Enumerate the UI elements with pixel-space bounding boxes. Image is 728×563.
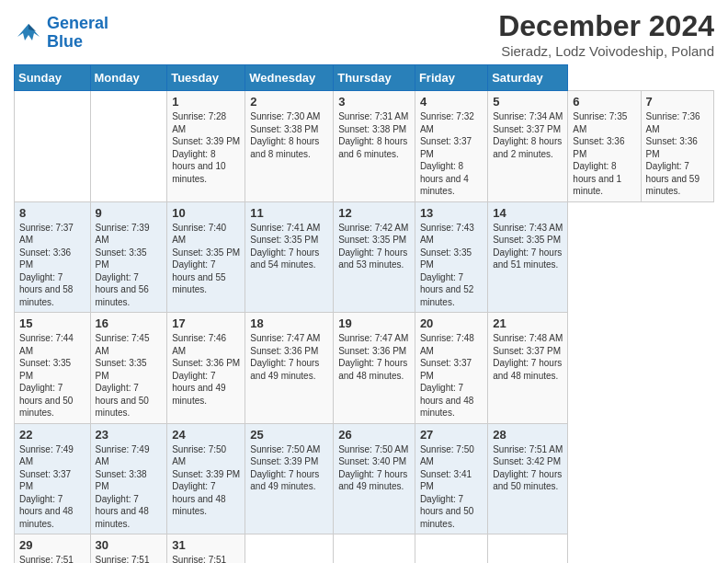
calendar-cell: 28Sunrise: 7:51 AMSunset: 3:42 PMDayligh…	[488, 423, 568, 534]
day-number: 27	[420, 428, 483, 442]
calendar-cell	[488, 534, 568, 564]
day-info: Sunrise: 7:51 AMSunset: 3:42 PMDaylight:…	[19, 554, 85, 563]
day-number: 21	[493, 316, 563, 330]
day-number: 28	[493, 428, 563, 442]
day-info: Sunrise: 7:47 AMSunset: 3:36 PMDaylight:…	[338, 332, 410, 382]
logo-text: General Blue	[47, 15, 108, 52]
calendar-cell: 8Sunrise: 7:37 AMSunset: 3:36 PMDaylight…	[15, 201, 91, 313]
calendar-cell: 20Sunrise: 7:48 AMSunset: 3:37 PMDayligh…	[415, 313, 487, 424]
day-number: 19	[338, 316, 410, 330]
day-info: Sunrise: 7:36 AMSunset: 3:36 PMDaylight:…	[646, 110, 709, 198]
calendar-header-tuesday: Tuesday	[167, 65, 245, 91]
day-info: Sunrise: 7:48 AMSunset: 3:37 PMDaylight:…	[493, 332, 563, 382]
day-info: Sunrise: 7:45 AMSunset: 3:35 PMDaylight:…	[96, 332, 163, 419]
calendar-cell	[245, 534, 334, 564]
calendar-week-row: 1Sunrise: 7:28 AMSunset: 3:39 PMDaylight…	[15, 91, 714, 202]
calendar-header-sunday: Sunday	[15, 65, 91, 91]
day-info: Sunrise: 7:35 AMSunset: 3:36 PMDaylight:…	[573, 110, 635, 198]
calendar-cell: 1Sunrise: 7:28 AMSunset: 3:39 PMDaylight…	[167, 91, 245, 202]
calendar-header-monday: Monday	[90, 65, 167, 91]
day-number: 17	[172, 316, 240, 330]
day-info: Sunrise: 7:40 AMSunset: 3:35 PMDaylight:…	[172, 222, 240, 296]
calendar-header-friday: Friday	[415, 65, 487, 91]
calendar-week-row: 15Sunrise: 7:44 AMSunset: 3:35 PMDayligh…	[15, 313, 714, 424]
day-number: 1	[172, 95, 240, 109]
calendar-cell: 14Sunrise: 7:43 AMSunset: 3:35 PMDayligh…	[488, 201, 568, 313]
day-info: Sunrise: 7:51 AMSunset: 3:44 PMDaylight:…	[172, 554, 240, 563]
calendar-cell: 15Sunrise: 7:44 AMSunset: 3:35 PMDayligh…	[15, 313, 91, 424]
day-number: 31	[172, 538, 240, 552]
calendar-cell: 18Sunrise: 7:47 AMSunset: 3:36 PMDayligh…	[245, 313, 334, 424]
calendar-week-row: 22Sunrise: 7:49 AMSunset: 3:37 PMDayligh…	[15, 423, 714, 534]
day-number: 13	[420, 206, 483, 220]
calendar-cell: 23Sunrise: 7:49 AMSunset: 3:38 PMDayligh…	[90, 423, 167, 534]
calendar-cell: 5Sunrise: 7:34 AMSunset: 3:37 PMDaylight…	[488, 91, 568, 202]
day-number: 4	[420, 95, 483, 109]
calendar-cell: 9Sunrise: 7:39 AMSunset: 3:35 PMDaylight…	[90, 201, 167, 313]
day-number: 29	[19, 538, 85, 552]
calendar-cell: 4Sunrise: 7:32 AMSunset: 3:37 PMDaylight…	[415, 91, 487, 202]
calendar-cell: 26Sunrise: 7:50 AMSunset: 3:40 PMDayligh…	[334, 423, 415, 534]
calendar-cell: 2Sunrise: 7:30 AMSunset: 3:38 PMDaylight…	[245, 91, 334, 202]
day-number: 10	[172, 206, 240, 220]
title-area: December 2024 Sieradz, Lodz Voivodeship,…	[498, 9, 714, 59]
location-title: Sieradz, Lodz Voivodeship, Poland	[498, 43, 714, 59]
calendar-cell: 21Sunrise: 7:48 AMSunset: 3:37 PMDayligh…	[488, 313, 568, 424]
day-info: Sunrise: 7:51 AMSunset: 3:42 PMDaylight:…	[493, 443, 563, 493]
day-info: Sunrise: 7:39 AMSunset: 3:35 PMDaylight:…	[96, 222, 163, 309]
calendar-cell: 31Sunrise: 7:51 AMSunset: 3:44 PMDayligh…	[167, 534, 245, 564]
day-number: 14	[493, 206, 563, 220]
calendar-cell: 11Sunrise: 7:41 AMSunset: 3:35 PMDayligh…	[245, 201, 334, 313]
day-number: 11	[250, 206, 328, 220]
calendar-cell	[15, 91, 91, 202]
calendar-cell: 7Sunrise: 7:36 AMSunset: 3:36 PMDaylight…	[641, 91, 713, 202]
day-number: 15	[19, 316, 85, 330]
day-number: 9	[96, 206, 163, 220]
calendar-cell: 12Sunrise: 7:42 AMSunset: 3:35 PMDayligh…	[334, 201, 415, 313]
day-info: Sunrise: 7:42 AMSunset: 3:35 PMDaylight:…	[338, 222, 410, 271]
day-info: Sunrise: 7:46 AMSunset: 3:36 PMDaylight:…	[172, 332, 240, 407]
header: General Blue December 2024 Sieradz, Lodz…	[14, 9, 714, 59]
day-info: Sunrise: 7:48 AMSunset: 3:37 PMDaylight:…	[420, 332, 483, 419]
day-info: Sunrise: 7:44 AMSunset: 3:35 PMDaylight:…	[19, 332, 85, 419]
day-number: 22	[19, 428, 85, 442]
day-number: 26	[338, 428, 410, 442]
day-number: 16	[96, 316, 163, 330]
day-number: 6	[573, 95, 635, 109]
logo: General Blue	[14, 15, 108, 52]
calendar-table: SundayMondayTuesdayWednesdayThursdayFrid…	[14, 64, 714, 563]
day-info: Sunrise: 7:30 AMSunset: 3:38 PMDaylight:…	[250, 110, 328, 160]
day-number: 12	[338, 206, 410, 220]
calendar-cell: 17Sunrise: 7:46 AMSunset: 3:36 PMDayligh…	[167, 313, 245, 424]
day-info: Sunrise: 7:49 AMSunset: 3:38 PMDaylight:…	[96, 443, 163, 531]
day-info: Sunrise: 7:34 AMSunset: 3:37 PMDaylight:…	[493, 110, 563, 160]
day-info: Sunrise: 7:50 AMSunset: 3:41 PMDaylight:…	[420, 443, 483, 531]
day-info: Sunrise: 7:50 AMSunset: 3:39 PMDaylight:…	[250, 443, 328, 493]
day-info: Sunrise: 7:37 AMSunset: 3:36 PMDaylight:…	[19, 222, 85, 309]
day-info: Sunrise: 7:32 AMSunset: 3:37 PMDaylight:…	[420, 110, 483, 198]
calendar-header-wednesday: Wednesday	[245, 65, 334, 91]
calendar-cell: 6Sunrise: 7:35 AMSunset: 3:36 PMDaylight…	[568, 91, 641, 202]
calendar-cell	[334, 534, 415, 564]
day-number: 5	[493, 95, 563, 109]
calendar-cell: 24Sunrise: 7:50 AMSunset: 3:39 PMDayligh…	[167, 423, 245, 534]
day-number: 24	[172, 428, 240, 442]
day-info: Sunrise: 7:50 AMSunset: 3:40 PMDaylight:…	[338, 443, 410, 493]
calendar-cell: 13Sunrise: 7:43 AMSunset: 3:35 PMDayligh…	[415, 201, 487, 313]
day-info: Sunrise: 7:43 AMSunset: 3:35 PMDaylight:…	[493, 222, 563, 271]
month-title: December 2024	[498, 9, 714, 43]
day-info: Sunrise: 7:47 AMSunset: 3:36 PMDaylight:…	[250, 332, 328, 382]
calendar-cell	[90, 91, 167, 202]
day-info: Sunrise: 7:51 AMSunset: 3:43 PMDaylight:…	[96, 554, 163, 563]
day-info: Sunrise: 7:28 AMSunset: 3:39 PMDaylight:…	[172, 110, 240, 185]
calendar-header-thursday: Thursday	[334, 65, 415, 91]
day-number: 30	[96, 538, 163, 552]
day-number: 25	[250, 428, 328, 442]
day-number: 8	[19, 206, 85, 220]
calendar-cell: 30Sunrise: 7:51 AMSunset: 3:43 PMDayligh…	[90, 534, 167, 564]
day-number: 3	[338, 95, 410, 109]
day-info: Sunrise: 7:43 AMSunset: 3:35 PMDaylight:…	[420, 222, 483, 309]
calendar-cell: 22Sunrise: 7:49 AMSunset: 3:37 PMDayligh…	[15, 423, 91, 534]
calendar-cell: 27Sunrise: 7:50 AMSunset: 3:41 PMDayligh…	[415, 423, 487, 534]
day-info: Sunrise: 7:41 AMSunset: 3:35 PMDaylight:…	[250, 222, 328, 271]
